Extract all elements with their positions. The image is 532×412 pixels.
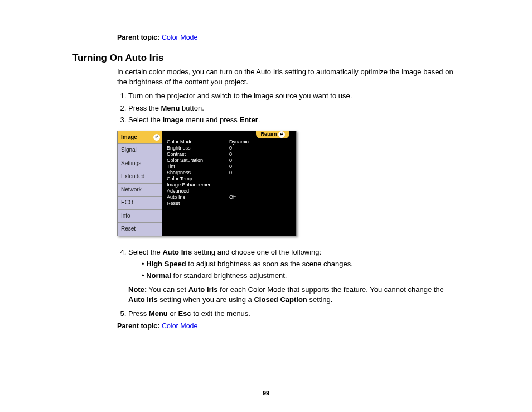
parent-topic-bottom: Parent topic: Color Mode xyxy=(117,322,460,330)
enter-icon: ↵ xyxy=(153,134,160,141)
osd-tab-info: Info xyxy=(118,210,162,223)
osd-row: Sharpness0 xyxy=(167,170,292,176)
parent-topic-label: Parent topic: xyxy=(117,322,159,330)
parent-topic-top: Parent topic: Color Mode xyxy=(117,33,460,41)
enter-icon: ↵ xyxy=(278,131,285,138)
osd-tab-image: Image ↵ xyxy=(118,131,162,145)
osd-row: Advanced xyxy=(167,188,292,194)
step-1: Turn on the projector and switch to the … xyxy=(128,91,460,101)
osd-sidebar: Image ↵ Signal Settings Extended Network… xyxy=(118,131,162,236)
bullet-normal: Normal for standard brightness adjustmen… xyxy=(142,271,460,281)
osd-row: Color Saturation0 xyxy=(167,157,292,164)
osd-row: Brightness0 xyxy=(167,145,292,151)
osd-row: Reset xyxy=(167,200,292,207)
osd-row: Color Temp. xyxy=(167,176,292,182)
intro-paragraph: In certain color modes, you can turn on … xyxy=(117,67,460,87)
step-2: Press the Menu button. xyxy=(128,103,460,113)
parent-topic-link[interactable]: Color Mode xyxy=(162,33,198,41)
osd-figure: Image ↵ Signal Settings Extended Network… xyxy=(117,131,460,236)
osd-row: Color ModeDynamic xyxy=(167,139,292,145)
parent-topic-label: Parent topic: xyxy=(117,33,159,41)
osd-tab-network: Network xyxy=(118,184,162,197)
osd-tab-eco: ECO xyxy=(118,197,162,210)
section-title: Turning On Auto Iris xyxy=(72,52,460,64)
step-3: Select the Image menu and press Enter. xyxy=(128,115,460,125)
osd-row: Image Enhancement xyxy=(167,182,292,188)
osd-panel: Return ↵ Color ModeDynamic Brightness0 C… xyxy=(162,131,296,236)
parent-topic-link[interactable]: Color Mode xyxy=(162,322,198,330)
osd-tab-extended: Extended xyxy=(118,170,162,184)
page-number: 99 xyxy=(0,390,532,396)
osd-return-tab: Return ↵ xyxy=(256,131,289,138)
osd-row: Tint0 xyxy=(167,164,292,170)
step-4: Select the Auto Iris setting and choose … xyxy=(128,247,460,305)
note: Note: You can set Auto Iris for each Col… xyxy=(128,285,460,304)
bullet-high-speed: High Speed to adjust brightness as soon … xyxy=(142,259,460,269)
osd-row: Contrast0 xyxy=(167,151,292,157)
osd-tab-settings: Settings xyxy=(118,157,162,171)
step-5: Press Menu or Esc to exit the menus. xyxy=(128,309,460,319)
osd-tab-reset: Reset xyxy=(118,223,162,236)
osd-row: Auto IrisOff xyxy=(167,194,292,200)
osd-tab-signal: Signal xyxy=(118,144,162,157)
